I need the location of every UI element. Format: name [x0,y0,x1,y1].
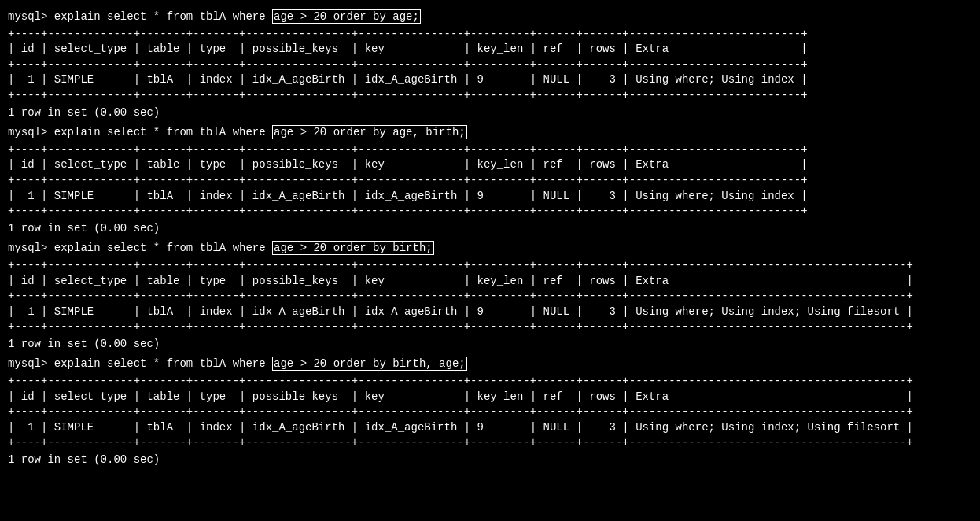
highlight-1: age > 20 order by age; [272,9,421,24]
prompt-2: mysql> explain select * from tblA where [8,126,272,139]
sep1-2: +----+-------------+-------+-------+----… [8,142,972,158]
query-block-1: mysql> explain select * from tblA where … [8,9,972,120]
sep1-1: +----+-------------+-------+-------+----… [8,27,972,42]
query-block-2: mysql> explain select * from tblA where … [8,125,972,236]
query-block-3: mysql> explain select * from tblA where … [8,241,972,352]
data-3: | 1 | SIMPLE | tblA | index | idx_A_ageB… [8,305,972,320]
sep3-1: +----+-------------+-------+-------+----… [8,88,972,104]
sep1-3: +----+-------------+-------+-------+----… [8,258,972,274]
sep2-2: +----+-------------+-------+-------+----… [8,173,972,189]
data-1: | 1 | SIMPLE | tblA | index | idx_A_ageB… [8,72,972,88]
sep1-4: +----+-------------+-------+-------+----… [8,374,972,390]
highlight-4: age > 20 order by birth, age; [272,357,467,371]
prompt-line-4: mysql> explain select * from tblA where … [8,357,972,372]
result-2: 1 row in set (0.00 sec) [8,221,972,237]
sep2-3: +----+-------------+-------+-------+----… [8,289,972,305]
sep3-4: +----+-------------+-------+-------+----… [8,435,972,451]
data-4: | 1 | SIMPLE | tblA | index | idx_A_ageB… [8,420,972,436]
header-1: | id | select_type | table | type | poss… [8,42,972,57]
terminal: mysql> explain select * from tblA where … [3,6,977,476]
prompt-3: mysql> explain select * from tblA where [8,242,272,254]
highlight-3: age > 20 order by birth; [272,241,434,255]
result-3: 1 row in set (0.00 sec) [8,337,972,353]
sep3-3: +----+-------------+-------+-------+----… [8,320,972,335]
data-2: | 1 | SIMPLE | tblA | index | idx_A_ageB… [8,189,972,205]
prompt-1: mysql> explain select * from tblA where [8,10,272,23]
result-4: 1 row in set (0.00 sec) [8,453,972,468]
header-4: | id | select_type | table | type | poss… [8,390,972,405]
prompt-line-2: mysql> explain select * from tblA where … [8,125,972,141]
sep2-1: +----+-------------+-------+-------+----… [8,57,972,73]
highlight-2: age > 20 order by age, birth; [272,125,467,139]
header-3: | id | select_type | table | type | poss… [8,274,972,290]
result-1: 1 row in set (0.00 sec) [8,105,972,121]
header-2: | id | select_type | table | type | poss… [8,157,972,173]
prompt-4: mysql> explain select * from tblA where [8,357,272,370]
sep3-2: +----+-------------+-------+-------+----… [8,204,972,220]
sep2-4: +----+-------------+-------+-------+----… [8,405,972,420]
prompt-line-1: mysql> explain select * from tblA where … [8,9,972,25]
query-block-4: mysql> explain select * from tblA where … [8,357,972,467]
prompt-line-3: mysql> explain select * from tblA where … [8,241,972,257]
